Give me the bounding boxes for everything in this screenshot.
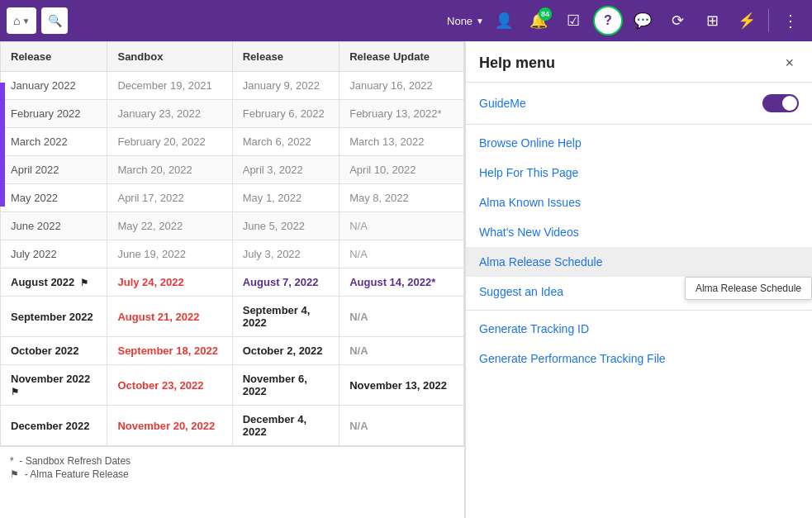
bell-nav-item[interactable]: 🔔 84 [524, 6, 553, 36]
table-row: December 2022November 20, 2022December 4… [1, 406, 464, 446]
generate-tracking-id-item[interactable]: Generate Tracking ID [466, 314, 812, 344]
cell-release: February 2022 [1, 100, 107, 128]
browse-online-help-item[interactable]: Browse Online Help [466, 128, 812, 158]
cell-update: August 14, 2022* [340, 269, 464, 297]
cell-rel: December 4, 2022 [232, 406, 339, 446]
home-button[interactable]: ⌂ ▼ [7, 7, 36, 34]
cell-rel: April 3, 2022 [232, 156, 339, 184]
cell-sandbox: October 23, 2022 [107, 365, 232, 406]
cell-sandbox: April 17, 2022 [107, 184, 232, 212]
cell-update: February 13, 2022* [340, 100, 464, 128]
col-header-update: Release Update [340, 42, 464, 72]
alma-release-schedule-item[interactable]: Alma Release Schedule [466, 247, 812, 277]
toggle-knob [782, 96, 797, 111]
help-header: Help menu × [466, 41, 812, 83]
cell-rel: June 5, 2022 [232, 212, 339, 240]
cell-sandbox: July 24, 2022 [107, 269, 232, 297]
table-row: May 2022April 17, 2022May 1, 2022May 8, … [1, 184, 464, 212]
help-panel-title: Help menu [479, 55, 555, 72]
feature-release-flag-icon: ⚑ [11, 387, 19, 397]
suggest-idea-label: Suggest an Idea [479, 285, 563, 298]
help-close-button[interactable]: × [780, 53, 799, 74]
cell-sandbox: September 18, 2022 [107, 337, 232, 365]
table-row: April 2022March 20, 2022April 3, 2022Apr… [1, 156, 464, 184]
table-row: August 2022 ⚑July 24, 2022August 7, 2022… [1, 269, 464, 297]
more-nav-item[interactable]: ⋮ [776, 6, 805, 36]
whats-new-videos-label: What's New Videos [479, 226, 579, 239]
table-row: March 2022February 20, 2022March 6, 2022… [1, 128, 464, 156]
generate-performance-item[interactable]: Generate Performance Tracking File [466, 344, 812, 373]
cell-sandbox: November 20, 2022 [107, 406, 232, 446]
cell-release: August 2022 ⚑ [1, 269, 107, 297]
cell-release: July 2022 [1, 240, 107, 269]
suggest-idea-item[interactable]: Suggest an Idea Alma Release Schedule [466, 277, 812, 307]
tasks-nav-item[interactable]: ☑ [558, 6, 588, 36]
lightning-icon: ⚡ [738, 12, 756, 30]
history-nav-item[interactable]: ⟳ [662, 6, 692, 36]
cell-sandbox: December 19, 2021 [107, 72, 232, 100]
help-panel: Help menu × GuideMe Browse Online Help H… [465, 41, 812, 518]
cell-sandbox: May 22, 2022 [107, 212, 232, 240]
cell-sandbox: June 19, 2022 [107, 240, 232, 269]
guideme-label: GuideMe [479, 97, 526, 110]
cell-release: March 2022 [1, 128, 107, 156]
col-header-release: Release [1, 42, 107, 72]
chat-nav-item[interactable]: 💬 [628, 6, 658, 36]
cell-release: November 2022 ⚑ [1, 365, 107, 406]
cell-update: N/A [340, 337, 464, 365]
chat-icon: 💬 [634, 12, 652, 30]
cell-sandbox: January 23, 2022 [107, 100, 232, 128]
alma-known-issues-label: Alma Known Issues [479, 196, 581, 209]
cell-release: May 2022 [1, 184, 107, 212]
alma-release-schedule-label: Alma Release Schedule [479, 255, 602, 269]
guideme-toggle[interactable] [762, 94, 799, 112]
none-caret-icon: ▼ [476, 17, 484, 26]
footnote-2: ⚑ - Alma Feature Release [10, 468, 454, 480]
left-strip [0, 83, 5, 207]
search-button[interactable]: 🔍 [41, 7, 68, 34]
cell-update: N/A [340, 240, 464, 269]
apps-nav-item[interactable]: ⊞ [697, 6, 727, 36]
tasks-icon: ☑ [567, 12, 580, 30]
whats-new-videos-item[interactable]: What's New Videos [466, 217, 812, 247]
cell-rel: February 6, 2022 [232, 100, 339, 128]
cell-update: January 16, 2022 [340, 72, 464, 100]
lightning-nav-item[interactable]: ⚡ [732, 6, 762, 36]
user-nav-item[interactable]: 👤 [489, 6, 519, 36]
table-header-row: Release Sandbox Release Release Update [1, 42, 464, 72]
bell-badge: 84 [539, 7, 552, 21]
guideme-item[interactable]: GuideMe [466, 86, 812, 121]
release-schedule-table: Release Sandbox Release Release Update J… [0, 41, 464, 446]
suggest-idea-tooltip: Alma Release Schedule [685, 277, 812, 300]
generate-performance-label: Generate Performance Tracking File [479, 352, 666, 365]
cell-update: March 13, 2022 [340, 128, 464, 156]
table-row: September 2022August 21, 2022September 4… [1, 297, 464, 337]
table-row: June 2022May 22, 2022June 5, 2022N/A [1, 212, 464, 240]
user-icon: 👤 [495, 12, 513, 30]
table-row: January 2022December 19, 2021January 9, … [1, 72, 464, 100]
help-nav-item[interactable]: ? [593, 6, 623, 36]
apps-icon: ⊞ [706, 12, 719, 30]
alma-known-issues-item[interactable]: Alma Known Issues [466, 188, 812, 217]
help-menu-items: GuideMe Browse Online Help Help For This… [466, 83, 812, 518]
nav-divider [768, 9, 769, 32]
none-dropdown[interactable]: None ▼ [447, 15, 484, 27]
cell-update: November 13, 2022 [340, 365, 464, 406]
cell-sandbox: March 20, 2022 [107, 156, 232, 184]
cell-release: June 2022 [1, 212, 107, 240]
none-label: None [447, 15, 472, 27]
cell-sandbox: February 20, 2022 [107, 128, 232, 156]
footnote-1: * - Sandbox Refresh Dates [10, 455, 454, 467]
cell-update: N/A [340, 212, 464, 240]
table-row: November 2022 ⚑October 23, 2022November … [1, 365, 464, 406]
table-row: October 2022September 18, 2022October 2,… [1, 337, 464, 365]
home-icon: ⌂ [13, 14, 20, 27]
help-for-this-page-item[interactable]: Help For This Page [466, 158, 812, 188]
cell-update: N/A [340, 297, 464, 337]
search-icon: 🔍 [48, 14, 62, 27]
cell-sandbox: August 21, 2022 [107, 297, 232, 337]
table-row: July 2022June 19, 2022July 3, 2022N/A [1, 240, 464, 269]
cell-rel: July 3, 2022 [232, 240, 339, 269]
history-icon: ⟳ [672, 12, 684, 30]
col-header-sandbox: Sandbox [107, 42, 232, 72]
